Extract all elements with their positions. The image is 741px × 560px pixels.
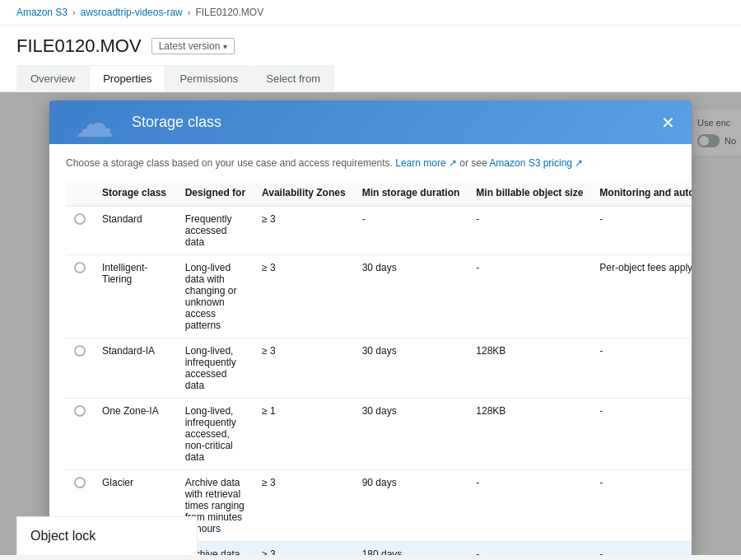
tab-overview[interactable]: Overview [16,65,89,92]
min-billable-cell-glacier: - [468,470,591,542]
modal-close-button[interactable]: ✕ [661,114,675,131]
radio-cell-intelligent-tiering[interactable] [66,255,94,338]
radio-cell-standard[interactable] [66,206,94,255]
storage-class-modal: ☁ Storage class ✕ Choose a storage class… [49,100,692,555]
min-billable-cell-standard-ia: 128KB [468,338,591,399]
cloud-icon: ☁ [74,100,114,146]
min-storage-cell-glacier-deep-archive: 180 days [354,542,468,556]
breadcrumb-bucket[interactable]: awsroadtrip-videos-raw [81,7,183,18]
availability-cell-standard: ≥ 3 [254,206,354,255]
monitoring-cell-glacier-deep-archive: - [591,542,692,556]
class-name-cell-standard: Standard [94,206,177,255]
table-header-row: Storage class Designed for Availability … [66,180,692,206]
modal-body: Choose a storage class based on your use… [49,144,692,555]
min-billable-cell-intelligent-tiering: - [468,255,591,338]
radio-intelligent-tiering[interactable] [74,262,86,273]
tab-select-from[interactable]: Select from [252,65,334,92]
col-header-storage-class: Storage class [94,180,177,206]
page-title-row: FILE0120.MOV Latest version ▾ [16,35,725,57]
breadcrumb-sep-2: › [188,7,191,17]
min-billable-cell-one-zone-ia: 128KB [468,399,591,470]
designed-for-cell-standard-ia: Long-lived, infrequently accessed data [177,338,254,399]
monitoring-cell-standard: - [591,206,692,255]
radio-standard-ia[interactable] [74,345,86,357]
col-header-min-billable: Min billable object size [468,180,591,206]
min-storage-cell-standard: - [354,206,468,255]
tab-permissions[interactable]: Permissions [165,65,252,92]
min-storage-cell-one-zone-ia: 30 days [354,399,468,470]
designed-for-cell-intelligent-tiering: Long-lived data with changing or unknown… [177,255,254,338]
designed-for-cell-one-zone-ia: Long-lived, infrequently accessed, non-c… [177,399,254,470]
modal-header: ☁ Storage class ✕ [49,100,692,144]
table-row[interactable]: Standard Frequently accessed data ≥ 3 - … [66,206,692,255]
col-header-radio [66,180,94,206]
min-storage-cell-intelligent-tiering: 30 days [354,255,468,338]
radio-standard[interactable] [74,213,86,225]
pricing-link[interactable]: Amazon S3 pricing ↗ [489,157,583,169]
tab-bar: Overview Properties Permissions Select f… [16,65,725,91]
col-header-monitoring: Monitoring and automation fees [591,180,692,206]
availability-cell-glacier-deep-archive: ≥ 3 [254,542,354,556]
modal-title: Storage class [132,114,221,131]
page-header: FILE0120.MOV Latest version ▾ Overview P… [0,26,741,92]
min-billable-cell-glacier-deep-archive: - [468,542,591,556]
availability-cell-glacier: ≥ 3 [254,470,354,542]
object-lock-section: Object lock [16,516,198,555]
breadcrumb-amazon-s3[interactable]: Amazon S3 [16,7,68,18]
page-title: FILE0120.MOV [16,35,142,57]
tab-properties[interactable]: Properties [89,65,165,92]
radio-one-zone-ia[interactable] [74,405,86,417]
availability-cell-one-zone-ia: ≥ 1 [254,399,354,470]
monitoring-cell-standard-ia: - [591,338,692,399]
chevron-down-icon: ▾ [223,42,227,51]
table-row[interactable]: Intelligent-Tiering Long-lived data with… [66,255,692,338]
modal-overlay: ☁ Storage class ✕ Choose a storage class… [0,92,741,555]
min-billable-cell-standard: - [468,206,591,255]
class-name-cell-intelligent-tiering: Intelligent-Tiering [94,255,177,338]
radio-glacier[interactable] [74,477,86,488]
version-label: Latest version [159,40,221,52]
learn-more-link[interactable]: Learn more ↗ [395,157,457,169]
min-storage-cell-glacier: 90 days [354,470,468,542]
availability-cell-standard-ia: ≥ 3 [254,338,354,399]
breadcrumb-sep-1: › [72,7,76,17]
monitoring-cell-glacier: - [591,470,692,542]
breadcrumb-file: FILE0120.MOV [195,7,263,18]
monitoring-cell-intelligent-tiering: Per-object fees apply [591,255,692,338]
storage-class-table: Storage class Designed for Availability … [66,180,692,555]
object-lock-title: Object lock [30,529,184,544]
min-storage-cell-standard-ia: 30 days [354,338,468,399]
class-name-cell-standard-ia: Standard-IA [94,338,177,399]
col-header-availability: Availability Zones [254,180,354,206]
modal-description: Choose a storage class based on your use… [66,157,675,169]
class-name-cell-one-zone-ia: One Zone-IA [94,399,177,470]
col-header-designed-for: Designed for [177,180,254,206]
monitoring-cell-one-zone-ia: - [591,399,692,470]
radio-cell-standard-ia[interactable] [66,338,94,399]
version-selector[interactable]: Latest version ▾ [151,38,235,54]
designed-for-cell-standard: Frequently accessed data [177,206,254,255]
col-header-min-storage: Min storage duration [354,180,468,206]
table-row[interactable]: Standard-IA Long-lived, infrequently acc… [66,338,692,399]
main-content: Use enc No ☁ Storage class ✕ Choose a st… [0,92,741,555]
table-row[interactable]: One Zone-IA Long-lived, infrequently acc… [66,399,692,470]
radio-cell-one-zone-ia[interactable] [66,399,94,470]
availability-cell-intelligent-tiering: ≥ 3 [254,255,354,338]
breadcrumb: Amazon S3 › awsroadtrip-videos-raw › FIL… [0,0,741,26]
